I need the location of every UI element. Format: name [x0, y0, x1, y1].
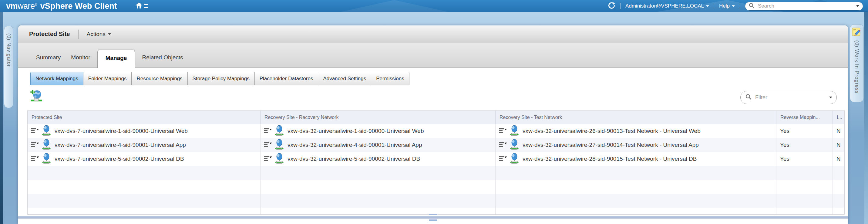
subtab-folder-mappings[interactable]: Folder Mappings [83, 72, 132, 85]
banner-triangle-decor [340, 0, 449, 12]
row-actions-icon[interactable] [31, 141, 39, 149]
protected-site-network-name: vxw-dvs-7-universalwire-5-sid-90002-Univ… [55, 156, 184, 162]
reverse-mapping-cell: Yes [776, 152, 833, 166]
subtab-label: Network Mappings [35, 76, 78, 81]
column-header-recovery-site-recovery-network[interactable]: Recovery Site - Recovery Network [260, 111, 496, 124]
tab-manage[interactable]: Manage [97, 50, 135, 68]
test-network-name: vxw-dvs-32-universalwire-28-sid-90015-Te… [523, 156, 696, 162]
column-header-protected-site[interactable]: Protected Site [28, 111, 260, 124]
network-portgroup-icon [275, 125, 284, 138]
tab-label: Monitor [71, 54, 90, 61]
table-row[interactable]: vxw-dvs-7-universalwire-1-sid-90000-Univ… [28, 124, 844, 138]
test-network-cell: vxw-dvs-32-universalwire-27-sid-90014-Te… [496, 138, 776, 152]
empty-table-row [28, 194, 844, 208]
reverse-mapping-cell: Yes [776, 124, 833, 138]
row-actions-icon[interactable] [31, 127, 39, 135]
page-title: Protected Site [29, 31, 70, 38]
top-banner: vmware®vSphere Web Client Administrator@… [0, 0, 868, 12]
splitter-handle[interactable] [429, 214, 437, 215]
subtab-network-mappings[interactable]: Network Mappings [30, 72, 84, 85]
network-portgroup-icon [42, 139, 51, 151]
protected-site-cell: vxw-dvs-7-universalwire-5-sid-90002-Univ… [28, 152, 260, 166]
navigator-collapsed-panel[interactable]: (0) Navigator [4, 26, 13, 108]
banner-separator [714, 3, 714, 9]
table-header-row: Protected SiteRecovery Site - Recovery N… [28, 111, 844, 124]
user-menu[interactable]: Administrator@VSPHERE.LOCAL [625, 3, 709, 9]
subtab-resource-mappings[interactable]: Resource Mappings [131, 72, 187, 85]
global-search-input[interactable] [757, 3, 854, 9]
network-portgroup-icon [275, 139, 284, 151]
page-left-edge [0, 12, 3, 224]
truncated-cell: N [833, 152, 844, 166]
network-mappings-table: Protected SiteRecovery Site - Recovery N… [27, 110, 845, 215]
table-row[interactable]: vxw-dvs-7-universalwire-5-sid-90002-Univ… [28, 152, 844, 166]
actions-menu-button[interactable]: Actions [87, 31, 111, 38]
splitter-handle[interactable] [429, 219, 437, 221]
recovery-network-cell: vxw-dvs-32-universalwire-5-sid-90002-Uni… [260, 152, 496, 166]
page-right-edge [864, 12, 868, 224]
table-row[interactable]: vxw-dvs-7-universalwire-4-sid-90001-Univ… [28, 138, 844, 152]
row-actions-icon[interactable] [499, 141, 507, 149]
recovery-network-name: vxw-dvs-32-universalwire-1-sid-90000-Uni… [287, 128, 424, 135]
header-divider [78, 30, 79, 39]
tab-related-objects[interactable]: Related Objects [137, 54, 188, 68]
row-actions-icon[interactable] [264, 155, 272, 163]
recovery-network-cell: vxw-dvs-32-universalwire-1-sid-90000-Uni… [260, 124, 496, 138]
truncated-cell: N [833, 138, 844, 152]
tab-label: Manage [105, 55, 127, 61]
home-icon[interactable] [135, 2, 143, 10]
subtab-label: Permissions [376, 76, 404, 81]
menu-icon[interactable] [144, 3, 148, 9]
filter-box[interactable] [740, 91, 837, 104]
recovery-network-name: vxw-dvs-32-universalwire-5-sid-90002-Uni… [287, 156, 420, 162]
filter-input[interactable] [754, 94, 826, 101]
subtab-permissions[interactable]: Permissions [371, 72, 409, 85]
row-actions-icon[interactable] [31, 155, 39, 163]
tab-summary[interactable]: Summary [31, 54, 66, 68]
test-network-name: vxw-dvs-32-universalwire-27-sid-90014-Te… [523, 142, 699, 148]
refresh-icon[interactable] [608, 2, 615, 11]
column-header-recovery-site-test-network[interactable]: Recovery Site - Test Network [496, 111, 776, 124]
object-header-bar: Protected Site Actions [18, 26, 848, 43]
empty-table-row [28, 180, 844, 194]
reverse-mapping-value: Yes [780, 128, 789, 135]
network-portgroup-icon [510, 139, 519, 151]
work-in-progress-label: (0) Work In Progress [854, 40, 860, 94]
work-in-progress-collapsed-panel[interactable]: (0) Work In Progress [850, 24, 864, 102]
column-header-i[interactable]: I... [833, 111, 844, 124]
recovery-network-name: vxw-dvs-32-universalwire-4-sid-90001-Uni… [287, 142, 422, 148]
test-network-cell: vxw-dvs-32-universalwire-26-sid-90013-Te… [496, 124, 776, 138]
subtab-label: Storage Policy Mappings [193, 76, 250, 81]
search-icon [749, 3, 754, 10]
subtab-label: Folder Mappings [88, 76, 127, 81]
subtab-storage-policy-mappings[interactable]: Storage Policy Mappings [187, 72, 255, 85]
column-header-label: Recovery Site - Test Network [499, 115, 562, 120]
subtab-placeholder-datastores[interactable]: Placeholder Datastores [254, 72, 318, 85]
logo-registered-mark: ® [35, 3, 37, 6]
filter-dropdown-icon[interactable] [829, 97, 832, 98]
help-menu-label: Help [719, 3, 730, 9]
logo-ware: ware [18, 1, 35, 11]
help-menu[interactable]: Help [719, 3, 735, 9]
horizontal-splitter[interactable] [18, 216, 848, 219]
row-actions-icon[interactable] [264, 127, 272, 135]
add-network-mapping-icon[interactable] [30, 89, 43, 102]
tab-monitor[interactable]: Monitor [66, 54, 95, 68]
column-header-reverse-mappin[interactable]: Reverse Mappin... [776, 111, 833, 124]
protected-site-cell: vxw-dvs-7-universalwire-4-sid-90001-Univ… [28, 138, 260, 152]
reverse-mapping-value: Yes [780, 156, 789, 162]
tab-bar: SummaryMonitorManageRelated Objects [18, 43, 848, 68]
tab-label: Related Objects [142, 54, 183, 61]
row-actions-icon[interactable] [499, 127, 507, 135]
row-actions-icon[interactable] [499, 155, 507, 163]
subtab-advanced-settings[interactable]: Advanced Settings [318, 72, 371, 85]
reverse-mapping-value: Yes [780, 142, 789, 148]
reverse-mapping-cell: Yes [776, 138, 833, 152]
banner-separator [620, 3, 621, 9]
network-portgroup-icon [510, 125, 519, 138]
table-body: vxw-dvs-7-universalwire-1-sid-90000-Univ… [28, 124, 844, 215]
global-search-box[interactable] [745, 2, 863, 11]
search-scope-dropdown-icon[interactable] [856, 5, 859, 7]
row-actions-icon[interactable] [264, 141, 272, 149]
filter-search-icon [745, 94, 751, 101]
